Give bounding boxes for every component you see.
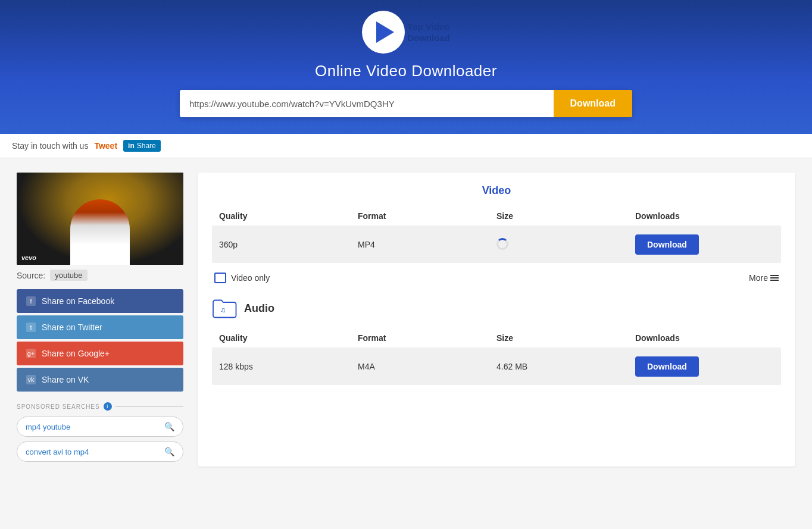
share-googleplus-button[interactable]: g+ Share on Google+ (17, 342, 183, 365)
audio-row-format: M4A (358, 362, 496, 371)
video-only-row: Video only More (212, 268, 781, 288)
logo-container: Top Video Download (0, 11, 812, 54)
svg-text:♫: ♫ (220, 306, 226, 314)
audio-section-title: Audio (244, 302, 274, 315)
share-facebook-label: Share on Facebook (42, 296, 114, 306)
video-row-format: MP4 (358, 240, 496, 249)
thumbnail-image: vevo (17, 173, 183, 265)
audio-table-row: 128 kbps M4A 4.62 MB Download (212, 348, 781, 385)
video-only-text: Video only (231, 273, 270, 283)
video-table-row: 360p MP4 Download (212, 226, 781, 263)
thumbnail-person (70, 199, 130, 265)
video-section-title: Video (212, 184, 781, 197)
linkedin-in-text: in (128, 142, 135, 150)
sponsored-section: SPONSORED SEARCHES i mp4 youtube 🔍 conve… (17, 402, 183, 462)
search-icon-2: 🔍 (164, 447, 174, 456)
info-icon[interactable]: i (104, 402, 112, 411)
audio-header-quality: Quality (219, 333, 358, 343)
video-row-size (496, 238, 635, 252)
linkedin-share-label: Share (137, 142, 156, 150)
main-content: vevo Source: youtube f Share on Facebook… (7, 173, 805, 467)
left-panel: vevo Source: youtube f Share on Facebook… (17, 173, 183, 467)
search-icon-1: 🔍 (164, 422, 174, 431)
audio-row-size: 4.62 MB (496, 362, 635, 371)
tweet-link[interactable]: Tweet (94, 141, 117, 151)
source-row: Source: youtube (17, 270, 183, 281)
video-header-downloads: Downloads (635, 211, 774, 221)
url-input[interactable] (180, 90, 554, 117)
audio-title-row: ♫ Audio (212, 298, 781, 319)
sponsored-search-1-label: mp4 youtube (26, 422, 70, 431)
share-twitter-label: Share on Twitter (42, 323, 102, 332)
share-googleplus-label: Share on Google+ (42, 349, 110, 358)
logo-text: Top Video Download (407, 21, 450, 44)
video-row-quality: 360p (219, 240, 358, 249)
share-vk-label: Share on VK (42, 375, 89, 384)
share-twitter-button[interactable]: t Share on Twitter (17, 315, 183, 339)
video-header-quality: Quality (219, 211, 358, 221)
googleplus-icon: g+ (26, 349, 36, 358)
audio-header-format: Format (358, 333, 496, 343)
sponsored-search-1[interactable]: mp4 youtube 🔍 (17, 417, 183, 437)
main-download-button[interactable]: Download (554, 90, 632, 117)
play-icon (376, 21, 394, 43)
video-only-icon (214, 273, 226, 283)
audio-header-size: Size (496, 333, 635, 343)
more-label: More (749, 273, 768, 283)
audio-folder-icon: ♫ (212, 298, 237, 319)
site-header: Top Video Download Online Video Download… (0, 0, 812, 134)
stay-in-touch-text: Stay in touch with us (12, 141, 88, 151)
sponsored-search-2[interactable]: convert avi to mp4 🔍 (17, 442, 183, 462)
audio-table-header: Quality Format Size Downloads (212, 328, 781, 348)
audio-download-button[interactable]: Download (635, 356, 699, 377)
audio-row-download: Download (635, 356, 774, 377)
video-table-header: Quality Format Size Downloads (212, 206, 781, 226)
video-section: Video Quality Format Size Downloads 360p… (212, 184, 781, 263)
site-title: Online Video Downloader (0, 62, 812, 80)
right-panel: Video Quality Format Size Downloads 360p… (198, 173, 795, 467)
share-facebook-button[interactable]: f Share on Facebook (17, 289, 183, 313)
video-thumbnail: vevo (17, 173, 183, 265)
audio-section: ♫ Audio Quality Format Size Downloads 12… (212, 298, 781, 385)
video-header-size: Size (496, 211, 635, 221)
vk-icon: vk (26, 375, 36, 384)
logo-icon (362, 11, 405, 54)
video-row-download: Download (635, 234, 774, 255)
sponsored-title: SPONSORED SEARCHES i (17, 402, 183, 411)
social-bar: Stay in touch with us Tweet in Share (0, 134, 812, 158)
vevo-watermark: vevo (21, 254, 36, 261)
linkedin-share-button[interactable]: in Share (123, 140, 161, 152)
video-header-format: Format (358, 211, 496, 221)
source-label: Source: (17, 271, 45, 280)
source-badge: youtube (50, 270, 87, 281)
audio-row-quality: 128 kbps (219, 362, 358, 371)
share-vk-button[interactable]: vk Share on VK (17, 368, 183, 392)
search-bar: Download (180, 90, 632, 117)
video-download-button[interactable]: Download (635, 234, 699, 255)
facebook-icon: f (26, 296, 36, 306)
audio-header-downloads: Downloads (635, 333, 774, 343)
video-only-label: Video only (214, 273, 270, 283)
sponsored-search-2-label: convert avi to mp4 (26, 447, 89, 456)
more-button[interactable]: More (749, 273, 779, 283)
more-icon (770, 275, 779, 281)
twitter-icon: t (26, 323, 36, 332)
loading-spinner (496, 238, 508, 250)
